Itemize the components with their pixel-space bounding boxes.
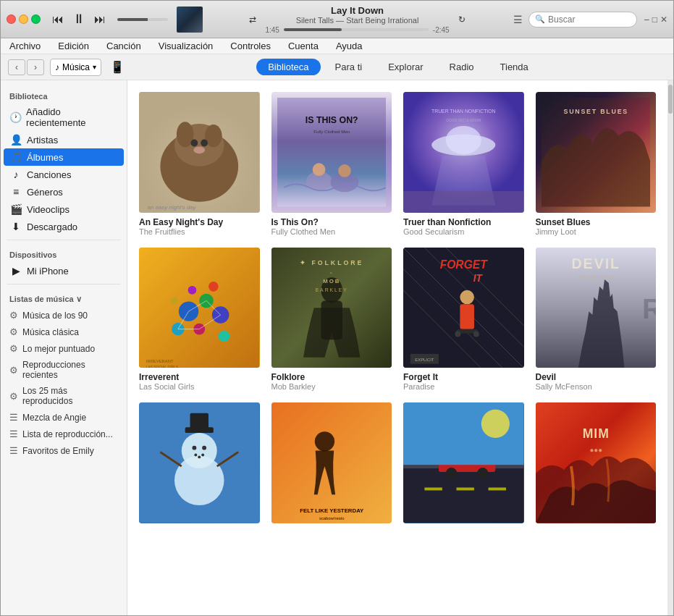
library-select[interactable]: ♪ Música ▾ — [50, 59, 101, 76]
close-icon[interactable]: ✕ — [660, 14, 667, 25]
now-playing-thumb — [177, 7, 203, 33]
menu-archivo[interactable]: Archivo — [7, 39, 43, 53]
menu-cuenta[interactable]: Cuenta — [285, 39, 321, 53]
svg-text:Fully Clothed Men: Fully Clothed Men — [313, 129, 350, 134]
itunes-window: ⏮ ⏸ ⏭ ⇄ Lay It Down Silent Talls — Start… — [0, 0, 674, 616]
album-card-11[interactable] — [403, 402, 524, 528]
svg-rect-90 — [489, 488, 506, 491]
tab-para-ti[interactable]: Para ti — [324, 59, 374, 75]
search-box[interactable]: 🔍 — [528, 12, 637, 28]
menu-ayuda[interactable]: Ayuda — [333, 39, 366, 53]
sidebar-item-iphone[interactable]: ▶ Mi iPhone — [1, 262, 127, 279]
svg-text:MIM: MIM — [582, 426, 609, 441]
svg-text:×: × — [329, 271, 333, 275]
svg-point-93 — [446, 468, 458, 479]
nav-fwd-button[interactable]: › — [27, 59, 44, 75]
sidebar-item-emily[interactable]: ☰ Favoritos de Emily — [1, 442, 127, 459]
list-icon-2: ☰ — [9, 429, 18, 439]
album-card-12[interactable]: MIM ●●● — [536, 402, 657, 528]
video-icon: 🎬 — [9, 203, 22, 215]
nav-buttons: ‹ › — [8, 59, 44, 75]
sidebar-section-biblioteca: Biblioteca — [1, 86, 127, 104]
sidebar-item-generos[interactable]: ≡ Géneros — [1, 183, 127, 201]
svg-text:FORGET: FORGET — [440, 258, 489, 271]
svg-rect-21 — [403, 191, 524, 212]
album-title-is-this-on: Is This On? — [271, 217, 392, 227]
svg-text:EXPLICIT: EXPLICIT — [415, 357, 434, 361]
svg-text:Sally McFenson: Sally McFenson — [578, 275, 613, 281]
album-grid: an easy night's day An Easy Night's Day … — [139, 92, 656, 528]
tab-tienda[interactable]: Tienda — [489, 59, 540, 75]
menu-controles[interactable]: Controles — [227, 39, 274, 53]
sidebar-item-recientes[interactable]: 🕐 Añadido recientemente — [1, 104, 127, 131]
sidebar-item-albumes[interactable]: 🎵 Álbumes — [4, 148, 124, 166]
gear-icon-2: ⚙ — [9, 326, 18, 337]
svg-text:●●●: ●●● — [589, 446, 602, 454]
tab-radio[interactable]: Radio — [438, 59, 486, 75]
list-view-button[interactable]: ☰ — [512, 12, 524, 27]
sidebar-item-clasica[interactable]: ⚙ Música clásica — [1, 324, 127, 340]
album-card-truer[interactable]: TRUER THAN NONFICTION GOOD SECULARISM Tr… — [403, 92, 524, 236]
pause-button[interactable]: ⏸ — [69, 10, 88, 28]
track-artist: Silent Talls — Start Being Irrational — [265, 16, 449, 25]
sidebar-item-musica90[interactable]: ⚙ Música de los 90 — [1, 307, 127, 324]
album-artist-irreverent: Las Social Girls — [139, 382, 260, 391]
sidebar-item-mejor[interactable]: ⚙ Lo mejor puntuado — [1, 340, 127, 357]
minimize-button[interactable] — [19, 14, 28, 24]
restore-icon[interactable]: □ — [652, 14, 657, 25]
progress-bar[interactable] — [284, 28, 429, 31]
sidebar-item-recientes2[interactable]: ⚙ Reproducciones recientes — [1, 357, 127, 383]
menu-cancion[interactable]: Canción — [104, 39, 144, 53]
scroll-thumb[interactable] — [668, 85, 673, 114]
sidebar-item-canciones[interactable]: ♪ Canciones — [1, 166, 127, 183]
sidebar-item-25mas[interactable]: ⚙ Los 25 más reproducidos — [1, 383, 127, 409]
svg-rect-89 — [456, 488, 473, 491]
tab-biblioteca[interactable]: Biblioteca — [256, 59, 320, 75]
maximize-button[interactable] — [31, 14, 41, 24]
album-card-9[interactable] — [139, 402, 260, 528]
album-cover-12: MIM ●●● — [536, 402, 657, 523]
svg-point-16 — [338, 164, 351, 177]
sidebar-item-lista[interactable]: ☰ Lista de reproducción... — [1, 426, 127, 442]
sidebar-item-angie[interactable]: ☰ Mezcla de Angie — [1, 409, 127, 426]
album-card-irreverent[interactable]: IRREVERANT LAS SOCIAL GIRLS Irreverent L… — [139, 248, 260, 392]
sidebar-item-artistas[interactable]: 👤 Artistas — [1, 131, 127, 148]
tab-explorar[interactable]: Explorar — [376, 59, 434, 75]
svg-text:✦ FOLKLORE: ✦ FOLKLORE — [300, 259, 363, 266]
svg-rect-86 — [403, 466, 524, 523]
shuffle-button[interactable]: ⇄ — [246, 13, 259, 26]
forward-button[interactable]: ⏭ — [91, 12, 109, 28]
repeat-button[interactable]: ↻ — [455, 13, 468, 26]
svg-point-34 — [219, 330, 230, 342]
close-button[interactable] — [7, 14, 16, 24]
album-card-folklore[interactable]: ✦ FOLKLORE × MOB BARKLEY Folklore Mob Ba… — [271, 248, 392, 392]
menu-visualizacion[interactable]: Visualización — [156, 39, 216, 53]
search-input[interactable] — [548, 14, 628, 25]
back-button[interactable]: ⏮ — [49, 12, 67, 28]
gear-icon-3: ⚙ — [9, 343, 18, 354]
album-card-forget-it[interactable]: FORGET IT EXPLICIT Forget It Paradise — [403, 248, 524, 392]
album-card-devil[interactable]: DEVIL Sally McFenson R Devil Sally McFen… — [536, 248, 657, 392]
minimize-icon[interactable]: – — [644, 14, 649, 25]
menu-edicion[interactable]: Edición — [55, 39, 92, 53]
album-card-sunset[interactable]: SUNSET BLUES Sunset Blues Jimmy Loot — [536, 92, 657, 236]
album-card-10[interactable]: FELT LIKE YESTERDAY scabow/resto — [271, 402, 392, 528]
svg-point-8 — [193, 146, 205, 153]
album-title-irreverent: Irreverent — [139, 372, 260, 382]
album-cover-easy-night: an easy night's day — [139, 92, 260, 213]
sidebar-divider-1 — [7, 240, 121, 240]
svg-point-72 — [192, 446, 196, 450]
sidebar-item-videoclips[interactable]: 🎬 Videoclips — [1, 201, 127, 218]
sidebar-item-descargado[interactable]: ⬇ Descargado — [1, 218, 127, 235]
svg-point-56 — [460, 290, 474, 304]
titlebar: ⏮ ⏸ ⏭ ⇄ Lay It Down Silent Talls — Start… — [1, 1, 673, 38]
album-card-easy-night[interactable]: an easy night's day An Easy Night's Day … — [139, 92, 260, 236]
nav-back-button[interactable]: ‹ — [8, 59, 25, 75]
mobile-device-icon[interactable]: 📱 — [110, 60, 125, 74]
volume-slider[interactable] — [117, 18, 168, 21]
svg-point-14 — [312, 163, 325, 176]
album-card-is-this-on[interactable]: IS THIS ON? Fully Clothed Men Is This On… — [271, 92, 392, 236]
scrollbar[interactable] — [667, 80, 673, 615]
album-artist-folklore: Mob Barkley — [271, 382, 392, 391]
svg-text:scabow/resto: scabow/resto — [319, 516, 344, 520]
